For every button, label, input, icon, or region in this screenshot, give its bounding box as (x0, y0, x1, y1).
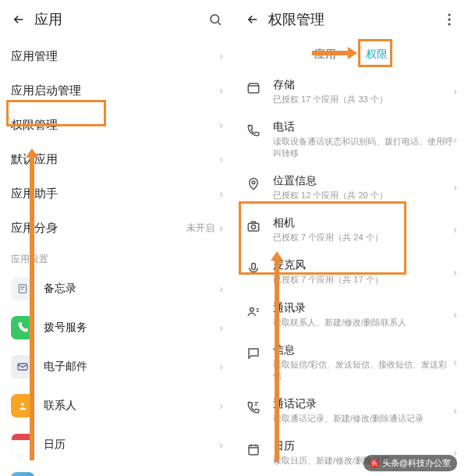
chevron-right-icon: › (219, 282, 223, 295)
perm-microphone[interactable]: 麦克风已授权 7 个应用（共 17 个） › (234, 250, 468, 293)
svg-point-4 (448, 13, 450, 16)
perm-storage[interactable]: 存储已授权 17 个应用（共 33 个） › (234, 70, 468, 112)
arrow-annotation (275, 259, 279, 462)
calllog-icon (245, 399, 262, 416)
back-icon[interactable] (245, 12, 261, 27)
mic-icon (245, 260, 262, 277)
chevron-right-icon: › (453, 266, 457, 279)
chevron-right-icon: › (219, 439, 223, 451)
gallery-icon (11, 472, 34, 476)
perm-calllog[interactable]: 通话记录读取通话记录、新建/修改/删除通话记录 › (234, 389, 468, 432)
sms-icon (245, 345, 262, 362)
camera-icon (245, 218, 262, 235)
arrow-annotation (312, 51, 349, 55)
back-icon[interactable] (11, 12, 27, 27)
chevron-right-icon: › (219, 153, 223, 165)
svg-point-0 (211, 15, 219, 23)
chevron-right-icon: › (219, 119, 223, 131)
chevron-right-icon: › (219, 400, 223, 412)
left-panel: 应用 应用管理 › 应用启动管理 › 权限管理 › 默认应用 › 应用助手 › … (0, 0, 234, 476)
chevron-right-icon: › (453, 181, 457, 194)
location-icon (245, 176, 262, 193)
row-app-manage[interactable]: 应用管理 › (0, 39, 234, 73)
perm-location[interactable]: 位置信息已授权 12 个应用（共 20 个） › (234, 166, 468, 208)
app-row-email[interactable]: 电子邮件 › (0, 347, 234, 386)
row-permission-manage[interactable]: 权限管理 › (0, 108, 234, 142)
left-header: 应用 (0, 0, 234, 39)
perm-camera[interactable]: 相机已授权 7 个应用（共 24 个） › (234, 208, 468, 250)
chevron-right-icon: › (219, 222, 223, 234)
tab-permission[interactable]: 权限 (363, 43, 391, 66)
app-row-dialer[interactable]: 拨号服务 › (0, 308, 234, 347)
chevron-right-icon: › (219, 321, 223, 334)
watermark: 头 头条@科技办公室 (363, 455, 457, 471)
chevron-right-icon: › (453, 85, 457, 98)
chevron-right-icon: › (219, 187, 223, 200)
calendar-icon (245, 441, 262, 458)
app-row-contacts[interactable]: 联系人 › (0, 386, 234, 425)
row-app-launch[interactable]: 应用启动管理 › (0, 73, 234, 108)
svg-point-6 (448, 23, 450, 25)
search-icon[interactable] (207, 12, 223, 27)
arrow-annotation (30, 156, 34, 460)
svg-point-3 (21, 403, 24, 406)
more-icon[interactable] (441, 12, 457, 27)
chevron-right-icon: › (453, 404, 457, 417)
row-app-assistant[interactable]: 应用助手 › (0, 176, 234, 211)
perm-contacts[interactable]: 通讯录读取联系人、新建/修改/删除联系人 › (234, 293, 468, 336)
chevron-right-icon: › (219, 361, 223, 373)
svg-rect-10 (252, 264, 256, 270)
section-title: 应用设置 (0, 245, 234, 269)
svg-rect-12 (249, 446, 258, 455)
perm-phone[interactable]: 电话读取设备通话状态和识别码、拨打电话、使用呼叫转移 › (234, 112, 468, 166)
chevron-right-icon: › (453, 308, 457, 321)
svg-point-9 (251, 225, 255, 229)
app-row-memo[interactable]: 备忘录 › (0, 269, 234, 308)
phone-icon (245, 122, 262, 139)
chevron-right-icon: › (219, 50, 223, 62)
row-app-clone[interactable]: 应用分身 未开启 › (0, 211, 234, 245)
right-panel: 权限管理 应用 权限 存储已授权 17 个应用（共 33 个） › 电话读取设备… (234, 0, 468, 476)
row-default-apps[interactable]: 默认应用 › (0, 142, 234, 176)
logo-icon: 头 (370, 459, 379, 468)
right-header: 权限管理 (234, 0, 468, 39)
header-title: 权限管理 (268, 10, 441, 29)
header-title: 应用 (34, 10, 207, 29)
perm-sms[interactable]: 信息读取短信/彩信、发送短信、接收短信、发送彩信 › (234, 336, 468, 389)
app-row-calendar[interactable]: 日历 › (0, 425, 234, 464)
chevron-right-icon: › (219, 84, 223, 97)
chevron-right-icon: › (453, 133, 457, 146)
svg-point-5 (448, 18, 450, 20)
app-row-gallery[interactable]: 图库 › (0, 464, 234, 476)
svg-point-11 (250, 307, 254, 311)
contacts-icon (245, 303, 262, 320)
storage-icon (245, 80, 262, 97)
svg-point-7 (252, 181, 255, 184)
chevron-right-icon: › (453, 356, 457, 368)
chevron-right-icon: › (453, 223, 457, 236)
